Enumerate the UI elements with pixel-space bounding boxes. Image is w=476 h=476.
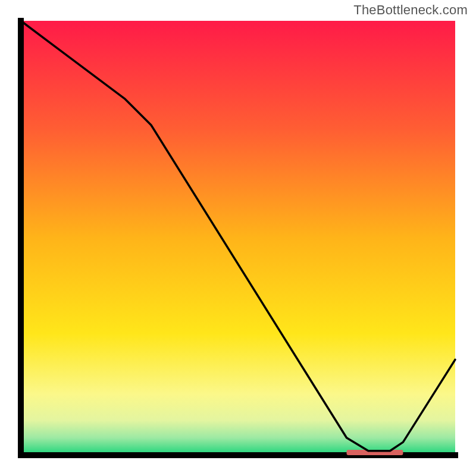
bottleneck-chart: [18, 18, 458, 458]
chart-gradient-area: [21, 21, 455, 455]
watermark-text: TheBottleneck.com: [353, 2, 468, 18]
